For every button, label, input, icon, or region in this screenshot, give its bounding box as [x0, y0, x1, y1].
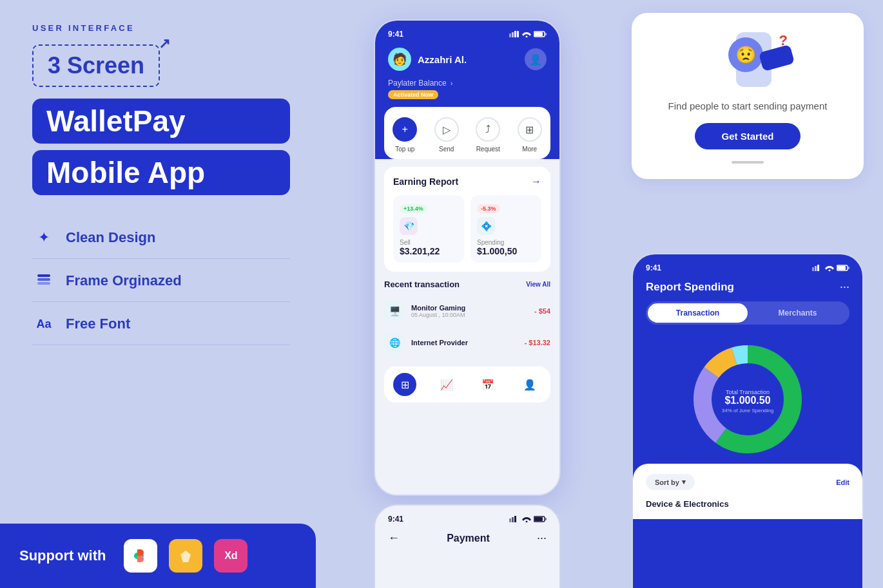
svg-rect-13	[545, 33, 547, 35]
balance-arrow-icon: ›	[451, 79, 453, 87]
request-btn[interactable]: ⤴ Request	[476, 117, 500, 153]
sort-button[interactable]: Sort by ▾	[646, 474, 695, 490]
trans-amount: - $54	[534, 307, 550, 315]
bottom-bar	[732, 161, 764, 164]
internet-icon: 🌐	[384, 332, 405, 353]
payment-dots-icon[interactable]: ···	[537, 531, 547, 545]
chart-nav[interactable]: 📈	[435, 373, 458, 396]
notification-icon[interactable]: 👤	[525, 48, 547, 70]
back-icon[interactable]: ←	[388, 531, 400, 545]
spending-badge: -5.3%	[477, 204, 500, 213]
feature-label-clean: Clean Design	[66, 229, 155, 246]
svg-text:34% of June Spending: 34% of June Spending	[722, 408, 774, 413]
get-started-button[interactable]: Get Started	[695, 123, 801, 149]
left-panel: USER INTERFACE 3 Screen ↗ WalletPay Mobi…	[0, 0, 316, 588]
svg-rect-8	[514, 31, 516, 37]
activated-badge: Activated Now	[388, 90, 438, 99]
svg-rect-21	[812, 267, 814, 271]
avatar: 🧑	[388, 48, 411, 71]
trans-name: Monitor Gaming	[411, 304, 528, 312]
more-label: More	[522, 146, 537, 153]
spending-card: -5.3% 💠 Spending $1.000,50	[471, 195, 541, 263]
feature-label-frame: Frame Orginazed	[66, 272, 182, 289]
user-info: 🧑 Azzahri Al.	[388, 48, 467, 71]
trans-name: Internet Provider	[411, 339, 518, 346]
more-icon: ⊞	[518, 117, 542, 142]
status-icons	[509, 31, 547, 37]
report-title: Report Spending	[646, 281, 734, 294]
app-title-block: WalletPay Mobile App	[32, 99, 290, 195]
font-icon: Aa	[32, 312, 55, 336]
sell-amount: $3.201,22	[400, 246, 458, 256]
svg-rect-9	[517, 31, 519, 37]
balance-label: Paylater Balance	[388, 79, 447, 88]
home-nav[interactable]: ⊞	[393, 373, 416, 396]
illustration: 😟 ?	[709, 32, 786, 90]
app-name-walletpay: WalletPay	[32, 99, 290, 144]
earning-arrow-icon[interactable]: →	[531, 176, 541, 187]
balance-label-row: Paylater Balance ›	[388, 79, 547, 88]
top-up-btn[interactable]: + Top up	[393, 117, 417, 153]
svg-rect-1	[37, 278, 50, 281]
find-text: Find people to start sending payment	[650, 100, 846, 111]
send-btn[interactable]: ▷ Send	[434, 117, 459, 153]
phone-header: 9:41 🧑 Azzahri Al. 👤 Paylater Balance › …	[375, 21, 559, 159]
svg-rect-22	[815, 266, 817, 271]
payment-status-bar: 9:41	[388, 515, 547, 524]
spending-icon: 💠	[477, 217, 495, 235]
svg-rect-15	[512, 517, 514, 522]
payment-title-row: ← Payment ···	[388, 531, 547, 545]
sparkle-icon: ✦	[32, 226, 55, 249]
spending-type: Spending	[477, 239, 535, 246]
find-people-card: 😟 ? Find people to start sending payment…	[632, 13, 864, 179]
arrow-icon: ↗	[159, 35, 170, 52]
recent-title: Recent transaction	[384, 280, 460, 289]
support-text: Support with	[19, 547, 106, 564]
view-all-link[interactable]: View All	[526, 281, 550, 288]
request-icon: ⤴	[476, 117, 500, 142]
report-dots-icon[interactable]: ···	[840, 280, 849, 294]
screen-badge: 3 Screen ↗	[32, 44, 160, 87]
svg-rect-19	[534, 517, 543, 521]
ui-label: USER INTERFACE	[32, 23, 290, 33]
tab-transaction[interactable]: Transaction	[648, 303, 748, 323]
sell-icon: 💎	[400, 217, 418, 235]
svg-rect-27	[848, 267, 849, 269]
svg-rect-16	[514, 516, 516, 522]
trans-info: Monitor Gaming 05 August , 10:00AM	[411, 304, 528, 318]
balance-section: Paylater Balance › Activated Now	[375, 71, 559, 99]
svg-rect-26	[837, 266, 846, 270]
send-label: Send	[439, 146, 454, 153]
request-label: Request	[476, 146, 500, 153]
report-header: Report Spending ···	[633, 272, 862, 301]
user-row: 🧑 Azzahri Al. 👤	[375, 39, 559, 71]
plus-icon: +	[393, 117, 417, 142]
svg-rect-0	[37, 282, 50, 285]
top-up-label: Top up	[395, 146, 414, 153]
monitor-icon: 🖥️	[384, 301, 405, 321]
svg-point-24	[829, 270, 831, 272]
edit-button[interactable]: Edit	[836, 479, 849, 486]
feature-item-frame: Frame Orginazed	[32, 259, 290, 302]
phone-payment: 9:41 ← Payment ···	[374, 504, 561, 588]
transaction-item: 🌐 Internet Provider - $13.32	[384, 327, 550, 359]
action-buttons: + Top up ▷ Send ⤴ Request ⊞ More	[384, 107, 550, 159]
recent-header: Recent transaction View All	[384, 280, 550, 289]
earning-title: Earning Report	[393, 176, 458, 187]
sell-type: Sell	[400, 239, 458, 246]
report-time: 9:41	[646, 263, 661, 272]
payment-header: 9:41 ← Payment ···	[375, 506, 559, 545]
trans-amount: - $13.32	[525, 339, 550, 346]
sell-card: +13.4% 💎 Sell $3.201,22	[393, 195, 464, 263]
spending-amount: $1.000,50	[477, 246, 535, 256]
feature-item-clean-design: ✦ Clean Design	[32, 216, 290, 259]
more-btn[interactable]: ⊞ More	[518, 117, 542, 153]
svg-point-17	[526, 521, 528, 523]
svg-text:$1.000.50: $1.000.50	[724, 395, 770, 406]
sort-label: Sort by	[655, 479, 679, 486]
svg-rect-14	[509, 518, 511, 522]
tab-merchants[interactable]: Merchants	[748, 303, 848, 323]
profile-nav[interactable]: 👤	[518, 373, 541, 396]
calendar-nav[interactable]: 📅	[476, 373, 500, 396]
phone-report: 9:41 Report Spending ··· Transaction Mer…	[632, 253, 864, 588]
